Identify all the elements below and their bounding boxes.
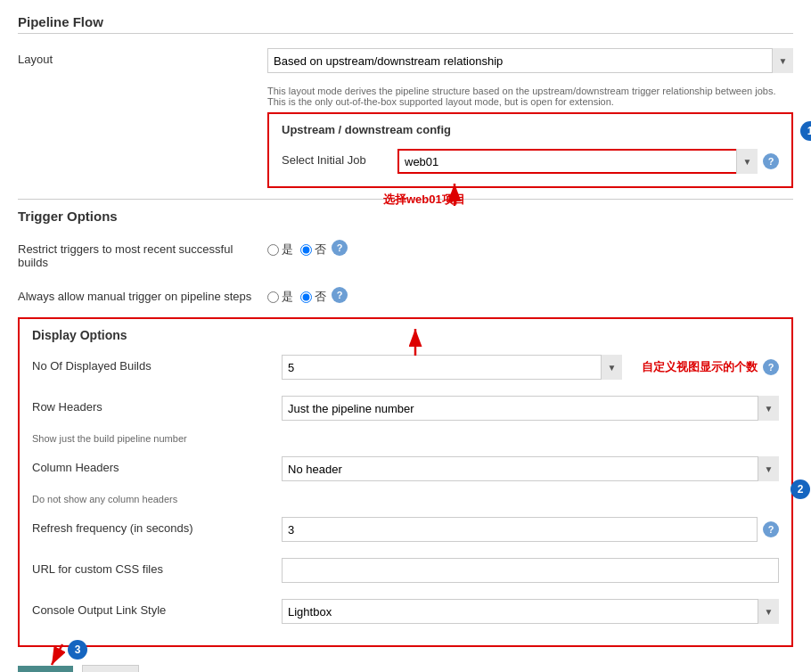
no-of-builds-help-icon[interactable]: ? — [763, 359, 779, 375]
row-headers-row: Row Headers Just the pipeline number ▼ — [32, 392, 779, 424]
svg-line-5 — [52, 644, 62, 665]
url-css-label: URL for custom CSS files — [32, 558, 282, 576]
column-headers-wrapper: No header ▼ — [282, 456, 779, 481]
always-allow-help-icon[interactable]: ? — [332, 287, 348, 303]
always-allow-yes-label[interactable]: 是 — [267, 289, 293, 305]
restrict-no-text: 否 — [315, 242, 326, 258]
select-initial-job-select[interactable]: web01 — [397, 149, 758, 174]
console-output-select[interactable]: Lightbox — [282, 599, 779, 624]
refresh-row: Refresh frequency (in seconds) ? — [32, 513, 779, 545]
restrict-triggers-control: 是 否 ? — [267, 238, 793, 258]
refresh-label: Refresh frequency (in seconds) — [32, 517, 282, 535]
layout-hint: This layout mode derives the pipeline st… — [267, 86, 793, 107]
always-allow-no-text: 否 — [315, 289, 326, 305]
url-css-control — [282, 558, 779, 583]
always-allow-row: Always allow manual trigger on pipeline … — [18, 282, 793, 308]
trigger-options-title: Trigger Options — [18, 209, 793, 227]
column-headers-row: Column Headers No header ▼ 2 — [32, 453, 779, 485]
row-headers-hint: Show just the build pipeline number — [32, 433, 779, 444]
arrow-to-builds — [389, 324, 442, 360]
annotation-text-builds: 自定义视图显示的个数 — [642, 359, 758, 375]
column-headers-control: No header ▼ 2 — [282, 456, 779, 481]
annotation-circle-1: 1 — [800, 121, 811, 141]
no-of-builds-row: No Of Displayed Builds 5 10 15 20 ▼ 自定义视… — [32, 351, 779, 383]
layout-select[interactable]: Based on upstream/downstream relationshi… — [267, 48, 793, 73]
row-headers-control: Just the pipeline number ▼ — [282, 396, 779, 421]
console-output-wrapper: Lightbox ▼ — [282, 599, 779, 624]
console-output-row: Console Output Link Style Lightbox ▼ — [32, 595, 779, 627]
upstream-config-title: Upstream / downstream config — [282, 123, 779, 136]
always-allow-yes-radio[interactable] — [267, 291, 279, 303]
refresh-input[interactable] — [282, 517, 758, 542]
select-initial-job-row: Select Initial Job web01 ▼ ? — [282, 145, 779, 177]
annotation-circle-2: 2 — [791, 479, 810, 499]
row-headers-wrapper: Just the pipeline number ▼ — [282, 396, 779, 421]
restrict-triggers-label: Restrict triggers to most recent success… — [18, 238, 267, 269]
always-allow-label: Always allow manual trigger on pipeline … — [18, 285, 267, 303]
always-allow-control: 是 否 ? — [267, 285, 793, 305]
column-headers-label: Column Headers — [32, 456, 282, 474]
select-initial-job-control: web01 ▼ ? — [397, 149, 779, 174]
always-allow-no-radio[interactable] — [300, 291, 312, 303]
console-output-control: Lightbox ▼ — [282, 599, 779, 624]
column-headers-select[interactable]: No header — [282, 456, 779, 481]
bottom-buttons: 3 保存 应用 — [18, 665, 793, 672]
always-allow-radio-group: 是 否 — [267, 285, 326, 305]
no-of-builds-control: 5 10 15 20 ▼ 自定义视图显示的个数 ? — [282, 355, 779, 380]
display-options-box: Display Options No Of Displayed Builds 5… — [18, 317, 793, 647]
restrict-help-icon[interactable]: ? — [332, 240, 348, 256]
row-headers-select[interactable]: Just the pipeline number — [282, 396, 779, 421]
restrict-no-radio[interactable] — [300, 244, 312, 256]
annotation-text-web01: 选择web01项目 — [383, 192, 465, 208]
console-output-label: Console Output Link Style — [32, 599, 282, 617]
select-initial-job-wrapper: web01 ▼ — [397, 149, 758, 174]
no-of-builds-wrapper: 5 10 15 20 ▼ — [282, 355, 622, 380]
row-headers-label: Row Headers — [32, 396, 282, 414]
no-of-builds-select[interactable]: 5 10 15 20 — [282, 355, 622, 380]
always-allow-yes-text: 是 — [282, 289, 293, 305]
column-headers-hint: Do not show any column headers — [32, 494, 779, 504]
layout-select-wrapper: Based on upstream/downstream relationshi… — [267, 48, 793, 73]
restrict-no-label[interactable]: 否 — [300, 242, 326, 258]
restrict-yes-radio[interactable] — [267, 244, 279, 256]
restrict-yes-text: 是 — [282, 242, 293, 258]
trigger-options-section: Trigger Options Restrict triggers to mos… — [18, 209, 793, 308]
apply-button[interactable]: 应用 — [82, 665, 139, 672]
always-allow-no-label[interactable]: 否 — [300, 289, 326, 305]
select-initial-job-help-icon[interactable]: ? — [763, 153, 779, 169]
refresh-control: ? — [282, 517, 779, 542]
layout-control-wrap: Based on upstream/downstream relationshi… — [267, 48, 793, 73]
restrict-triggers-row: Restrict triggers to most recent success… — [18, 234, 793, 273]
url-css-input[interactable] — [282, 558, 779, 583]
page-title: Pipeline Flow — [18, 14, 793, 34]
page-container: Pipeline Flow Layout Based on upstream/d… — [0, 0, 811, 672]
no-of-builds-label: No Of Displayed Builds — [32, 355, 282, 373]
layout-row: Layout Based on upstream/downstream rela… — [18, 45, 793, 77]
restrict-triggers-radio-group: 是 否 — [267, 238, 326, 258]
select-initial-job-label: Select Initial Job — [282, 149, 397, 167]
url-css-row: URL for custom CSS files — [32, 554, 779, 586]
layout-label: Layout — [18, 48, 267, 66]
restrict-yes-label[interactable]: 是 — [267, 242, 293, 258]
annotation-circle-3: 3 — [68, 640, 87, 660]
upstream-config-box: Upstream / downstream config Select Init… — [267, 112, 793, 188]
refresh-help-icon[interactable]: ? — [763, 521, 779, 537]
